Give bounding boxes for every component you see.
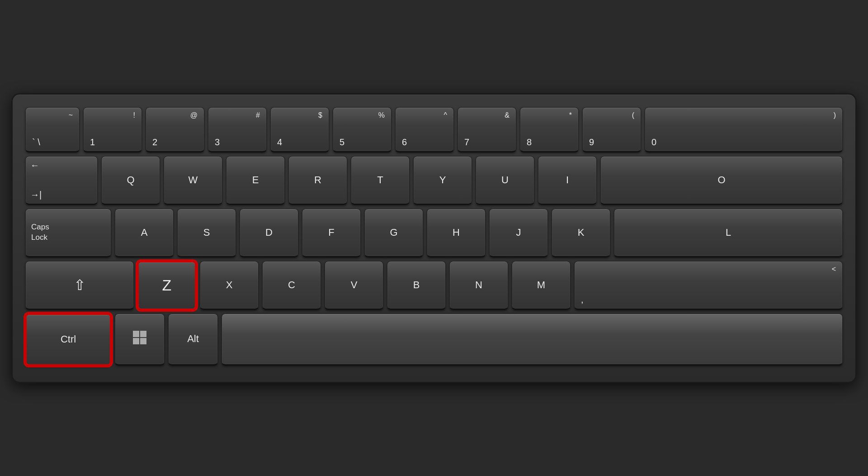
key-0[interactable]: ) 0: [645, 107, 843, 152]
key-t[interactable]: T: [351, 156, 410, 205]
key-x[interactable]: X: [200, 261, 259, 310]
key-5-top: %: [378, 111, 391, 119]
row-qwerty: ← →| Q W E R T Y U I O: [25, 156, 843, 205]
key-4[interactable]: $ 4: [270, 107, 329, 152]
key-5[interactable]: % 5: [333, 107, 392, 152]
keyboard: ~ ` \ ! 1 @ 2 # 3 $ 4 % 5 ^ 6: [11, 93, 857, 383]
key-b[interactable]: B: [387, 261, 446, 310]
tab-arrow-left: ←: [30, 160, 39, 171]
key-win[interactable]: [115, 314, 165, 366]
key-tab[interactable]: ← →|: [25, 156, 98, 205]
key-9[interactable]: ( 9: [582, 107, 641, 152]
key-ctrl[interactable]: Ctrl: [25, 314, 111, 366]
key-8-top: *: [569, 111, 578, 119]
key-j[interactable]: J: [489, 209, 548, 257]
row-zxcv: ⇧ Z X C V B N M < ,: [25, 261, 843, 310]
key-m[interactable]: M: [512, 261, 571, 310]
key-0-bottom: 0: [645, 137, 656, 148]
key-l[interactable]: L: [614, 209, 843, 257]
alt-label: Alt: [187, 333, 199, 345]
svg-rect-3: [140, 338, 146, 344]
key-1[interactable]: ! 1: [83, 107, 142, 152]
win-icon: [132, 330, 147, 348]
key-tilde-top: ~: [69, 111, 79, 119]
z-label: Z: [162, 276, 172, 294]
key-8-bottom: 8: [520, 137, 532, 148]
key-o[interactable]: O: [600, 156, 843, 205]
key-4-top: $: [318, 111, 329, 119]
key-6-top: ^: [443, 111, 453, 119]
row-asdf: CapsLock A S D F G H J K L: [25, 209, 843, 257]
key-v[interactable]: V: [325, 261, 383, 310]
key-c[interactable]: C: [262, 261, 321, 310]
shift-icon: ⇧: [74, 276, 86, 294]
ctrl-label: Ctrl: [61, 333, 76, 345]
key-2-top: @: [190, 111, 204, 119]
key-shift-left[interactable]: ⇧: [25, 261, 134, 310]
key-4-bottom: 4: [271, 137, 282, 148]
key-q[interactable]: Q: [101, 156, 160, 205]
key-6[interactable]: ^ 6: [395, 107, 454, 152]
key-9-bottom: 9: [583, 137, 594, 148]
key-3-bottom: 3: [208, 137, 220, 148]
key-6-bottom: 6: [396, 137, 407, 148]
key-a[interactable]: A: [115, 209, 174, 257]
tab-arrow-right: →|: [30, 190, 42, 200]
key-comma[interactable]: < ,: [574, 261, 843, 310]
key-g[interactable]: G: [364, 209, 423, 257]
key-s[interactable]: S: [177, 209, 236, 257]
key-tilde[interactable]: ~ ` \: [25, 107, 80, 152]
key-7[interactable]: & 7: [458, 107, 516, 152]
key-5-bottom: 5: [333, 137, 344, 148]
key-caps-lock[interactable]: CapsLock: [25, 209, 111, 257]
key-u[interactable]: U: [476, 156, 534, 205]
key-9-top: (: [632, 111, 641, 119]
caps-lock-label: CapsLock: [31, 222, 49, 242]
key-0-top: ): [834, 111, 842, 119]
row-numbers: ~ ` \ ! 1 @ 2 # 3 $ 4 % 5 ^ 6: [25, 107, 843, 152]
key-w[interactable]: W: [164, 156, 222, 205]
key-r[interactable]: R: [288, 156, 347, 205]
row-bottom: Ctrl Alt: [25, 314, 843, 366]
key-8[interactable]: * 8: [520, 107, 579, 152]
key-tilde-bottom: ` \: [26, 137, 40, 148]
key-z[interactable]: Z: [137, 261, 196, 310]
key-1-top: !: [133, 111, 142, 119]
key-2-bottom: 2: [146, 137, 157, 148]
key-i[interactable]: I: [538, 156, 597, 205]
key-1-bottom: 1: [84, 137, 95, 148]
svg-rect-0: [133, 331, 139, 337]
key-comma-bottom: ,: [575, 295, 584, 305]
key-d[interactable]: D: [240, 209, 298, 257]
key-7-bottom: 7: [458, 137, 469, 148]
key-3[interactable]: # 3: [208, 107, 267, 152]
key-e[interactable]: E: [226, 156, 285, 205]
key-2[interactable]: @ 2: [146, 107, 204, 152]
svg-rect-1: [140, 331, 146, 337]
key-k[interactable]: K: [552, 209, 610, 257]
key-f[interactable]: F: [302, 209, 361, 257]
key-alt[interactable]: Alt: [168, 314, 218, 366]
key-h[interactable]: H: [427, 209, 486, 257]
key-space[interactable]: [222, 314, 843, 366]
svg-rect-2: [133, 338, 139, 344]
key-3-top: #: [256, 111, 266, 119]
key-n[interactable]: N: [449, 261, 508, 310]
key-7-top: &: [505, 111, 516, 119]
key-lt-top: <: [832, 265, 842, 273]
key-y[interactable]: Y: [413, 156, 472, 205]
